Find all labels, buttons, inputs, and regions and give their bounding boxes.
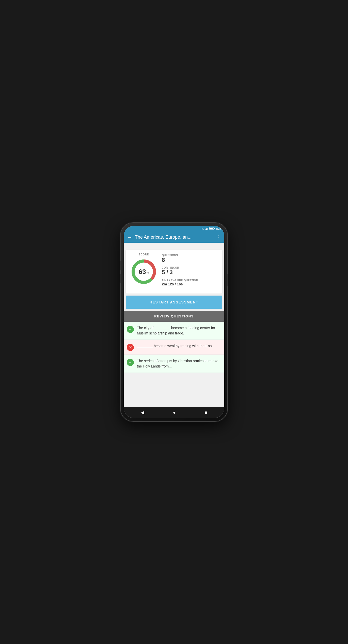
time-value: 2m 12s / 16s xyxy=(162,282,218,286)
score-card-wrapper: 63% SCORE QUESTIONS 8 COR / INCOR 5 / 3 xyxy=(124,243,224,294)
donut-chart: 63% xyxy=(130,258,158,286)
time-display: 8:37 xyxy=(216,227,221,230)
phone-screen: 4G 8:37 ← The Americas, Europe, an... ⋮ xyxy=(124,226,224,418)
correct-icon: ✓ xyxy=(127,359,134,366)
question-text-2: ________ became wealthy trading with the… xyxy=(137,343,214,349)
nav-home-button[interactable]: ● xyxy=(173,410,176,415)
question-item[interactable]: ✓ The city of ________ became a leading … xyxy=(124,322,224,340)
question-item[interactable]: ✓ The series of attempts by Christian ar… xyxy=(124,355,224,373)
nav-recent-button[interactable]: ■ xyxy=(204,410,207,415)
volume-up-button[interactable] xyxy=(120,261,121,270)
score-value: 63 xyxy=(139,268,146,275)
menu-button[interactable]: ⋮ xyxy=(216,234,221,240)
question-text-1: The city of ________ became a leading ce… xyxy=(137,325,221,336)
power-button[interactable] xyxy=(227,274,228,286)
correct-icon: ✓ xyxy=(127,326,134,333)
cor-incor-stat: COR / INCOR 5 / 3 xyxy=(162,266,218,276)
cor-incor-value: 5 / 3 xyxy=(162,269,218,276)
signal-icon xyxy=(205,227,208,231)
time-stat: TIME / AVG PER QUESTION 2m 12s / 16s xyxy=(162,279,218,286)
incorrect-icon: ✕ xyxy=(127,344,134,351)
time-label: TIME / AVG PER QUESTION xyxy=(162,279,218,282)
nav-bar: ◀ ● ■ xyxy=(124,407,224,418)
back-button[interactable]: ← xyxy=(127,234,132,240)
score-label: SCORE xyxy=(139,253,149,256)
app-title: The Americas, Europe, an... xyxy=(135,235,216,240)
restart-assessment-button[interactable]: RESTART ASSESSMENT xyxy=(126,296,222,309)
status-bar: 4G 8:37 xyxy=(124,226,224,232)
score-card: 63% SCORE QUESTIONS 8 COR / INCOR 5 / 3 xyxy=(126,250,222,294)
phone-frame: 4G 8:37 ← The Americas, Europe, an... ⋮ xyxy=(121,223,227,421)
nav-back-button[interactable]: ◀ xyxy=(141,410,144,415)
review-questions-header: REVIEW QUESTIONS xyxy=(124,311,224,322)
battery-icon xyxy=(209,227,215,230)
score-stats: QUESTIONS 8 COR / INCOR 5 / 3 TIME / AVG… xyxy=(162,254,218,289)
cor-incor-label: COR / INCOR xyxy=(162,266,218,269)
question-item[interactable]: ✕ ________ became wealthy trading with t… xyxy=(124,340,224,355)
volume-down-button[interactable] xyxy=(120,274,121,283)
questions-stat: QUESTIONS 8 xyxy=(162,254,218,263)
content-area: 63% SCORE QUESTIONS 8 COR / INCOR 5 / 3 xyxy=(124,243,224,407)
questions-label: QUESTIONS xyxy=(162,254,218,257)
question-text-3: The series of attempts by Christian armi… xyxy=(137,358,221,369)
score-center: 63% xyxy=(139,268,149,275)
app-bar: ← The Americas, Europe, an... ⋮ xyxy=(124,232,224,243)
network-icon: 4G xyxy=(201,227,204,230)
questions-value: 8 xyxy=(162,257,218,263)
score-unit: % xyxy=(146,271,149,274)
